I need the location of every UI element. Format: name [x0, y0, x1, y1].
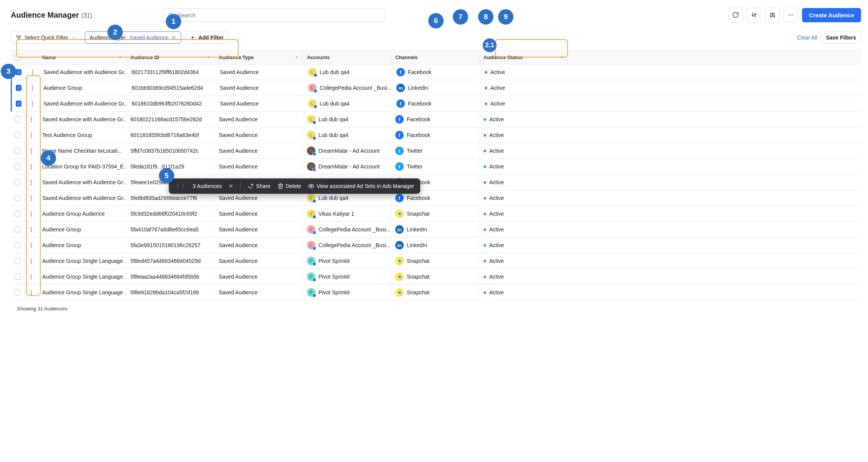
- select-all-checkbox[interactable]: [15, 54, 20, 60]
- channel-icon: in: [395, 225, 404, 234]
- col-audience-id[interactable]: Audience ID▼: [127, 51, 215, 64]
- account-avatar: P: [307, 257, 315, 265]
- row-actions-menu[interactable]: [28, 148, 34, 153]
- selection-action-bar[interactable]: ⋮⋮ 3 Audiences ✕ Share Delete View assoc…: [169, 178, 420, 194]
- sort-caret-icon: ▼: [560, 55, 564, 59]
- search-bar[interactable]: [163, 8, 385, 22]
- cell-name: Test Audience Group: [38, 129, 127, 142]
- table-row[interactable]: Audience Group Audience5fc9d32edd66f0204…: [11, 206, 861, 222]
- sort-caret-icon: ▼: [118, 55, 122, 59]
- row-checkbox[interactable]: [15, 274, 20, 280]
- selection-close[interactable]: ✕: [229, 183, 233, 189]
- row-checkbox[interactable]: [15, 132, 20, 138]
- cell-status: Active: [480, 286, 568, 299]
- row-actions-menu[interactable]: [28, 196, 34, 201]
- row-actions-menu[interactable]: [30, 86, 35, 91]
- row-checkbox[interactable]: [15, 195, 20, 201]
- table-row[interactable]: Audience Group5fa410af767a8d6e65cc6ea5Sa…: [11, 222, 861, 238]
- channel-icon: 👻: [395, 210, 404, 218]
- search-input[interactable]: [177, 12, 380, 18]
- sort-caret-icon: ▼: [295, 55, 299, 59]
- row-checkbox[interactable]: [15, 289, 20, 295]
- account-avatar: [307, 162, 315, 171]
- page-title-wrap: Audience Manager (31): [11, 11, 157, 20]
- account-avatar: L: [308, 68, 317, 76]
- col-channels[interactable]: Channels: [391, 51, 480, 64]
- row-checkbox[interactable]: [15, 211, 20, 217]
- table-row[interactable]: Audience Group Single Language ...5f8eaa…: [11, 269, 861, 285]
- channel-icon: 👻: [395, 288, 404, 297]
- drag-handle-icon[interactable]: ⋮⋮: [175, 183, 186, 189]
- table-row[interactable]: Audience Group Single Language ...5f8e91…: [11, 285, 861, 300]
- channel-icon: f: [395, 194, 404, 202]
- cell-audience-type: Saved Audience: [215, 223, 303, 236]
- table-row[interactable]: Name Name Checklan twLocati...5ffd7c0837…: [11, 143, 861, 159]
- sort-button[interactable]: [747, 8, 761, 22]
- cell-account: DreamMalar - Ad Account: [303, 159, 391, 174]
- cell-name: Saved Audience with Audience Gr...: [38, 113, 127, 126]
- row-checkbox[interactable]: [15, 148, 20, 154]
- filter-chip-audience-type[interactable]: Audience Type: Saved Audience ✕: [85, 31, 181, 44]
- row-actions-menu[interactable]: [28, 290, 34, 295]
- share-action[interactable]: Share: [248, 183, 270, 189]
- row-checkbox[interactable]: [16, 69, 21, 75]
- row-checkbox[interactable]: [15, 163, 20, 170]
- row-actions-menu[interactable]: [28, 243, 34, 248]
- columns-button[interactable]: [765, 8, 780, 22]
- table-row[interactable]: Saved Audience with Audience Gr...5feaee…: [11, 175, 861, 190]
- row-actions-menu[interactable]: [30, 101, 35, 106]
- cell-audience-id: 60180221168acd15756e262d: [127, 113, 215, 126]
- table-row[interactable]: Saved Audience with Audience Gr...5fe8b8…: [11, 190, 861, 206]
- quick-filter-dropdown[interactable]: Select Quick Filter: [11, 31, 81, 44]
- row-actions-menu[interactable]: [28, 274, 34, 279]
- row-checkbox[interactable]: [15, 179, 20, 185]
- table-row[interactable]: Saved Audience with Audience Gr...602173…: [11, 64, 861, 80]
- cell-channel: 👻Snapchat: [391, 269, 480, 284]
- row-actions-menu[interactable]: [28, 211, 34, 216]
- save-filters-button[interactable]: Save Filters: [821, 31, 861, 44]
- row-actions-menu[interactable]: [28, 117, 34, 122]
- table-row[interactable]: Audience Group601bb90369cd94515ade62d4Sa…: [11, 80, 861, 96]
- cell-status: Active: [480, 270, 568, 283]
- create-audience-button[interactable]: Create Audience: [802, 8, 861, 22]
- row-checkbox[interactable]: [16, 101, 21, 107]
- view-adsets-action[interactable]: View associated Ad Sets in Ads Manager: [308, 183, 414, 189]
- row-checkbox[interactable]: [15, 258, 20, 264]
- cell-audience-type: Saved Audience: [215, 270, 303, 283]
- row-actions-menu[interactable]: [28, 164, 34, 169]
- table-row[interactable]: Audience Group5fa3e9915015180196c26257Sa…: [11, 238, 861, 253]
- col-audience-type[interactable]: Audience Type▼: [215, 51, 303, 64]
- channel-icon: f: [396, 99, 405, 108]
- status-dot-icon: [485, 87, 487, 89]
- row-checkbox[interactable]: [15, 242, 20, 248]
- col-status[interactable]: Audience Status▼: [480, 51, 568, 64]
- svg-marker-11: [17, 36, 21, 40]
- col-accounts[interactable]: Accounts: [303, 51, 391, 64]
- row-checkbox[interactable]: [15, 116, 20, 122]
- account-avatar: V: [307, 210, 315, 218]
- cell-name: Saved Audience with Audience Gr...: [38, 176, 127, 189]
- status-dot-icon: [484, 244, 486, 247]
- more-button[interactable]: [784, 8, 798, 22]
- col-name[interactable]: Name▼: [38, 51, 127, 64]
- filter-chip-value: Saved Audience: [130, 35, 168, 41]
- filter-chip-remove[interactable]: ✕: [172, 35, 176, 41]
- table-row[interactable]: Location Group for PAID-37594_E...5feda1…: [11, 159, 861, 175]
- clear-all-link[interactable]: Clear All: [797, 35, 817, 41]
- row-checkbox[interactable]: [16, 85, 21, 91]
- row-actions-menu[interactable]: [30, 70, 35, 75]
- row-actions-menu[interactable]: [28, 227, 34, 232]
- row-actions-menu[interactable]: [28, 133, 34, 138]
- row-actions-menu[interactable]: [28, 259, 34, 264]
- table-row[interactable]: Saved Audience with Audience Gr...601802…: [11, 112, 861, 127]
- table-row[interactable]: Saved Audience with Audience Gr...601861…: [11, 96, 861, 112]
- delete-action[interactable]: Delete: [277, 183, 301, 189]
- table-row[interactable]: Test Audience Group601181855fcbd6716a63e…: [11, 127, 861, 143]
- row-actions-menu[interactable]: [28, 180, 34, 185]
- add-filter-button[interactable]: Add Filter: [185, 31, 228, 44]
- cell-audience-type: Saved Audience: [215, 113, 303, 126]
- cell-status: Active: [480, 113, 568, 126]
- row-checkbox[interactable]: [15, 226, 20, 233]
- table-row[interactable]: Audience Group Single Language ...5f8ed4…: [11, 253, 861, 269]
- refresh-button[interactable]: [728, 8, 743, 22]
